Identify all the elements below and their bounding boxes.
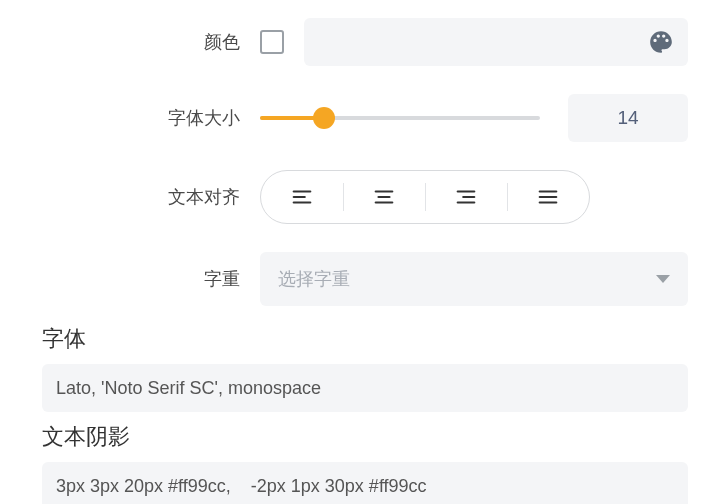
color-row: 颜色 bbox=[0, 18, 724, 66]
text-shadow-value: 3px 3px 20px #ff99cc, -2px 1px 30px #ff9… bbox=[56, 476, 427, 497]
align-justify-icon bbox=[537, 186, 559, 208]
align-left-icon bbox=[291, 186, 313, 208]
align-right-icon bbox=[455, 186, 477, 208]
font-weight-label: 字重 bbox=[0, 267, 260, 291]
color-enable-checkbox[interactable] bbox=[260, 30, 284, 54]
chevron-down-icon bbox=[656, 275, 670, 283]
font-family-value: Lato, 'Noto Serif SC', monospace bbox=[56, 378, 321, 399]
align-justify-button[interactable] bbox=[507, 171, 589, 223]
font-size-label: 字体大小 bbox=[0, 106, 260, 130]
font-family-label: 字体 bbox=[0, 324, 724, 358]
text-align-group bbox=[260, 170, 590, 224]
text-align-row: 文本对齐 bbox=[0, 170, 724, 224]
text-shadow-label: 文本阴影 bbox=[0, 422, 724, 456]
palette-icon bbox=[648, 29, 674, 55]
color-label: 颜色 bbox=[0, 30, 260, 54]
font-size-value[interactable]: 14 bbox=[568, 94, 688, 142]
align-right-button[interactable] bbox=[425, 171, 507, 223]
font-size-slider[interactable] bbox=[260, 106, 540, 130]
font-weight-placeholder: 选择字重 bbox=[278, 267, 350, 291]
text-shadow-input[interactable]: 3px 3px 20px #ff99cc, -2px 1px 30px #ff9… bbox=[42, 462, 688, 504]
color-picker-field[interactable] bbox=[304, 18, 688, 66]
align-center-icon bbox=[373, 186, 395, 208]
align-center-button[interactable] bbox=[343, 171, 425, 223]
font-weight-row: 字重 选择字重 bbox=[0, 252, 724, 306]
font-family-input[interactable]: Lato, 'Noto Serif SC', monospace bbox=[42, 364, 688, 412]
text-align-label: 文本对齐 bbox=[0, 185, 260, 209]
slider-thumb[interactable] bbox=[313, 107, 335, 129]
font-weight-select[interactable]: 选择字重 bbox=[260, 252, 688, 306]
font-size-row: 字体大小 14 bbox=[0, 94, 724, 142]
align-left-button[interactable] bbox=[261, 171, 343, 223]
